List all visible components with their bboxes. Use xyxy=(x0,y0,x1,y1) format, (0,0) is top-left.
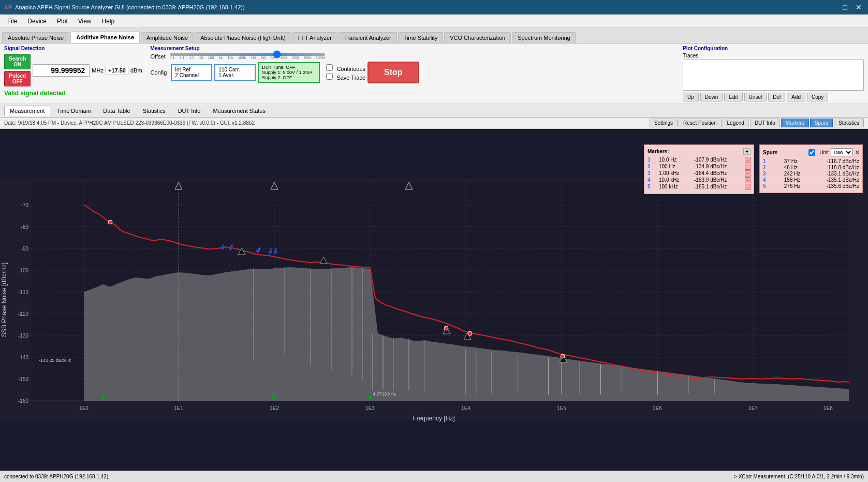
down-button[interactable]: Down xyxy=(700,93,723,101)
save-trace-label[interactable]: Save Trace xyxy=(326,73,365,81)
add-marker-button[interactable]: + xyxy=(743,148,751,155)
status-left: connected to 0339: APPH20G (192.168.1.42… xyxy=(4,474,108,479)
svg-text:SSB Phase Noise [dBc/Hz]: SSB Phase Noise [dBc/Hz] xyxy=(1,262,8,337)
marker-4-minus[interactable]: - xyxy=(745,177,751,183)
svg-point-90 xyxy=(444,326,448,330)
int-ref-channel-box: Int Ref2 Channel xyxy=(171,64,212,81)
menu-help[interactable]: Help xyxy=(97,17,120,26)
tab-amplitude-noise[interactable]: Amplitude Noise xyxy=(141,32,194,43)
meas-tab-dut-info[interactable]: DUT Info xyxy=(172,106,207,116)
menu-file[interactable]: File xyxy=(2,17,22,26)
config-row: Config Int Ref2 Channel 110 Corr.1 Aver.… xyxy=(151,62,674,83)
svg-text:1E5: 1E5 xyxy=(557,405,566,411)
menubar: File Device Plot View Help xyxy=(0,14,868,28)
stop-button[interactable]: Stop xyxy=(367,62,419,83)
minimize-button[interactable]: — xyxy=(826,3,837,11)
spurs-header: Spurs Unit Raw dBc ✕ xyxy=(763,148,859,156)
svg-text:1E2: 1E2 xyxy=(270,405,279,411)
legend-button[interactable]: Legend xyxy=(723,119,749,127)
svg-text:1E6: 1E6 xyxy=(653,405,662,411)
spur-row-2: 2 46 Hz -118.8 dBc/Hz xyxy=(763,165,859,170)
svg-text:-100: -100 xyxy=(18,268,28,273)
config-label: Config xyxy=(151,69,167,76)
pulsed-button[interactable]: PulsedOFF xyxy=(4,71,31,86)
markers-panel: Markers: + 1 10.0 Hz -107.9 dBc/Hz - 2 1… xyxy=(644,144,754,194)
search-button[interactable]: SearchON xyxy=(4,54,31,69)
copy-button[interactable]: Copy xyxy=(807,93,828,101)
tab-vco-characterization[interactable]: VCO Characterization xyxy=(444,32,511,43)
svg-text:4.2710 kHz: 4.2710 kHz xyxy=(373,391,396,397)
tab-additive-phase-noise[interactable]: Additive Phase Noise xyxy=(70,32,140,43)
menu-plot[interactable]: Plot xyxy=(52,17,73,26)
spurs-checkbox[interactable] xyxy=(808,149,815,156)
del-button[interactable]: Del xyxy=(768,93,785,101)
dut-info-button[interactable]: DUT Info xyxy=(750,119,780,127)
svg-point-86 xyxy=(256,250,259,253)
power-unit: dBm xyxy=(130,67,142,74)
settings-button[interactable]: Settings xyxy=(650,119,678,127)
plot-config-title: Plot Configuration xyxy=(683,46,864,51)
svg-text:-90: -90 xyxy=(21,246,29,252)
up-button[interactable]: Up xyxy=(683,93,699,101)
valid-signal-text: Valid signal detected xyxy=(4,90,142,97)
marker-2-minus[interactable]: - xyxy=(745,164,751,170)
marker-row-3: 3 1.00 kHz -164.4 dBc/Hz - xyxy=(648,170,751,177)
chart-buttons-row: Settings Reset Position Legend DUT Info … xyxy=(650,119,864,127)
tab-transient-analyzer[interactable]: Transient Analyzer xyxy=(339,32,397,43)
unsel-button[interactable]: Unsel xyxy=(744,93,767,101)
meas-tab-statistics[interactable]: Statistics xyxy=(137,106,171,116)
meas-tab-time-domain[interactable]: Time Domain xyxy=(51,106,96,116)
spurs-panel: Spurs Unit Raw dBc ✕ 1 37 Hz -116.7 dBc/… xyxy=(759,144,863,193)
meas-tab-measurement[interactable]: Measurement xyxy=(4,106,50,116)
offset-row: Offset 0.10.11.0101001k10k100k1M2M5M10M2… xyxy=(151,53,674,60)
add-button[interactable]: Add xyxy=(787,93,805,101)
save-trace-checkbox[interactable] xyxy=(326,73,333,80)
spurs-unit-select[interactable]: Raw dBc xyxy=(831,148,853,156)
reset-position-button[interactable]: Reset Position xyxy=(679,119,721,127)
chart-info-bar: Date: 9/19/18 4:05 PM - Device: APPH20G … xyxy=(0,118,868,129)
spurs-button[interactable]: Spurs xyxy=(810,119,833,127)
freq-unit: MHz xyxy=(92,67,104,74)
marker-row-2: 2 100 Hz -134.9 dBc/Hz - xyxy=(648,164,751,170)
markers-button[interactable]: Markers xyxy=(781,119,809,127)
svg-point-88 xyxy=(274,251,277,254)
tab-absolute-phase-noise-high-drift[interactable]: Absolute Phase Noise (High Drift) xyxy=(195,32,291,43)
meas-tab-measurement-status[interactable]: Measurement Status xyxy=(207,106,271,116)
continuous-checkbox[interactable] xyxy=(326,64,333,71)
marker-5-minus[interactable]: - xyxy=(745,184,751,190)
chart-area: -70 -80 -90 -100 -110 -120 -130 -140 -15… xyxy=(0,129,868,471)
tab-bar: Absolute Phase Noise Additive Phase Nois… xyxy=(0,28,868,43)
marker-row-4: 4 10.0 kHz -183.9 dBc/Hz - xyxy=(648,177,751,183)
dut-info-box: DUT Tune: OFFSupply 1: 5.00V / 1.2mASupp… xyxy=(258,62,320,83)
close-button[interactable]: ✕ xyxy=(854,3,864,11)
maximize-button[interactable]: □ xyxy=(841,3,849,11)
marker-3-minus[interactable]: - xyxy=(745,170,751,177)
plot-buttons-row: Up Down Edit Unsel Del Add Copy xyxy=(683,93,864,101)
menu-device[interactable]: Device xyxy=(22,17,52,26)
traces-label: Traces xyxy=(683,53,864,59)
meas-tab-data-table[interactable]: Data Table xyxy=(97,106,136,116)
spurs-close-icon[interactable]: ✕ xyxy=(855,150,859,155)
menu-view[interactable]: View xyxy=(73,17,97,26)
marker-row-1: 1 10.0 Hz -107.9 dBc/Hz - xyxy=(648,157,751,163)
spur-row-5: 5 276 Hz -135.6 dBc/Hz xyxy=(763,183,859,189)
marker-1-minus[interactable]: - xyxy=(745,157,751,163)
svg-text:1E4: 1E4 xyxy=(461,405,470,411)
edit-button[interactable]: Edit xyxy=(724,93,742,101)
status-right: > XCorr Measurement. (C:25/110 A:0/1, 2.… xyxy=(734,474,864,479)
svg-text:1E1: 1E1 xyxy=(174,405,183,411)
tab-absolute-phase-noise[interactable]: Absolute Phase Noise xyxy=(2,32,69,43)
measurement-setup-panel: Measurement Setup Offset 0.10.11.0101001… xyxy=(151,46,674,83)
tab-time-stability[interactable]: Time Stability xyxy=(398,32,444,43)
tab-spectrum-monitoring[interactable]: Spectrum Monitoring xyxy=(512,32,576,43)
continuous-label[interactable]: Continuous xyxy=(326,64,365,72)
spur-row-4: 4 158 Hz -135.1 dBc/Hz xyxy=(763,177,859,183)
signal-detection-title: Signal Detection xyxy=(4,46,142,51)
statusbar: connected to 0339: APPH20G (192.168.1.42… xyxy=(0,471,868,482)
markers-title: Markers: xyxy=(648,149,669,154)
tab-fft-analyzer[interactable]: FFT Analyzer xyxy=(292,32,337,43)
statistics-button[interactable]: Statistics xyxy=(834,119,864,127)
svg-point-87 xyxy=(269,251,272,254)
svg-point-92 xyxy=(561,354,565,358)
measurement-tabs: Measurement Time Domain Data Table Stati… xyxy=(0,104,868,118)
